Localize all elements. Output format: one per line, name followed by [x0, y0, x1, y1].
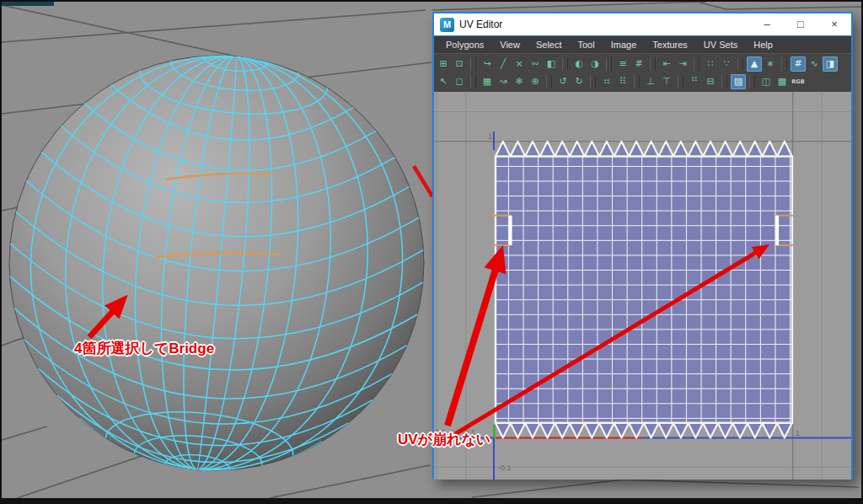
toolbar-separator	[562, 57, 568, 71]
uv-distortion-icon[interactable]: ∗	[763, 56, 778, 72]
flip-uv-icon[interactable]: ◧	[544, 56, 559, 72]
window-title-bar[interactable]: M UV Editor – □ ×	[434, 13, 851, 35]
toolbar-separator	[694, 57, 700, 71]
toolbar-separator	[470, 57, 476, 71]
rotate-uv-ccw-icon[interactable]: ↺	[555, 74, 571, 89]
grid-label-v1: 1	[488, 132, 492, 141]
menu-polygons[interactable]: Polygons	[446, 40, 484, 50]
dither-display-icon[interactable]: ▩	[775, 74, 790, 89]
sew-uv-edge-icon[interactable]: ∾	[528, 56, 543, 72]
grid-label-vneg01: -0.1	[498, 464, 512, 472]
snap-grid-icon[interactable]: #	[631, 56, 646, 72]
menu-view[interactable]: View	[500, 40, 520, 50]
menu-help[interactable]: Help	[753, 40, 773, 50]
menu-image[interactable]: Image	[611, 40, 637, 50]
grid-label-u1: 1	[796, 429, 800, 437]
rgb-channels-button[interactable]: RGB	[791, 74, 806, 89]
frame-edge	[0, 0, 863, 2]
minimize-button[interactable]: –	[750, 13, 784, 35]
distribute-uv-icon[interactable]: ⠶	[599, 74, 614, 89]
align-uv-top-icon[interactable]: ⊤	[659, 74, 674, 89]
toolbar-separator	[650, 57, 656, 71]
relax-uv-icon[interactable]: ❄	[512, 74, 527, 89]
toolbar-row-2: ↖◻▦↝❄⊕↺↻⠶⠿⊥⊤⠛⊟▨◫▩RGB	[436, 73, 850, 90]
uv-shell[interactable]	[492, 142, 793, 438]
toolbar-separator	[634, 75, 640, 88]
shortest-edge-path-icon[interactable]: ↖	[436, 74, 451, 89]
lattice-tool-icon[interactable]: ⊞	[436, 56, 451, 72]
move-and-sew-icon[interactable]: ↪	[480, 56, 495, 72]
sphere-surface[interactable]	[9, 56, 424, 470]
flip-u-direction-icon[interactable]: ◐	[571, 56, 587, 72]
grid-display-button[interactable]: #	[791, 56, 806, 72]
align-uv-bottom-icon[interactable]: ⊥	[643, 74, 658, 89]
toolbar-separator	[470, 75, 476, 88]
highlighted-edge-red	[414, 166, 432, 196]
cut-uv-edge-icon[interactable]: ╱	[496, 56, 511, 72]
menu-select[interactable]: Select	[536, 40, 562, 50]
display-texture-image-button[interactable]: ▲	[747, 56, 762, 72]
frame-edge	[0, 498, 863, 504]
screenshot-stage: M UV Editor – □ × Polygons View Select T…	[0, 0, 863, 504]
delete-uv-icon[interactable]: ×	[512, 56, 527, 72]
toolbar-separator	[606, 57, 612, 71]
pack-uv-icon[interactable]: ⠿	[615, 74, 630, 89]
toolbar-separator	[546, 75, 552, 88]
flip-v-direction-icon[interactable]: ◑	[587, 56, 603, 72]
single-row-icon[interactable]: ⊟	[703, 74, 718, 89]
window-title: UV Editor	[459, 19, 750, 30]
toolbar-separator	[721, 75, 727, 88]
menu-uv-sets[interactable]: UV Sets	[704, 40, 737, 50]
menu-bar: Polygons View Select Tool Image Textures…	[434, 35, 851, 53]
toolbar-separator	[678, 75, 683, 88]
menu-textures[interactable]: Textures	[652, 40, 688, 50]
menu-tool[interactable]: Tool	[578, 40, 595, 50]
maximize-button[interactable]: □	[784, 13, 817, 35]
align-uv-right-icon[interactable]: ⇥	[675, 56, 690, 72]
grid-tiles-icon[interactable]: ◫	[758, 74, 774, 89]
toolbar-separator	[737, 57, 743, 71]
straighten-uv-icon[interactable]: ↝	[496, 74, 511, 89]
snap-together-icon[interactable]: ∷	[703, 56, 718, 72]
frame-edge	[0, 0, 2, 504]
uv-canvas[interactable]: 1 1 -0.2 -0.1 -0.1	[434, 92, 851, 480]
grid-label-neg02: -0.2	[434, 428, 446, 437]
uv-toolbar: ⊞⊡↪╱×∾◧◐◑≡#⇤⇥∷∵▲∗#∿◨ ↖◻▦↝❄⊕↺↻⠶⠿⊥⊤⠛⊟▨◫▩RG…	[434, 53, 851, 92]
checker-map-button[interactable]: ▨	[731, 74, 746, 89]
match-uvs-icon[interactable]: ∵	[719, 56, 734, 72]
layout-uvs-icon[interactable]: ≡	[615, 56, 630, 72]
grid-label-neg01: -0.1	[462, 428, 475, 437]
toolbar-separator	[590, 75, 596, 88]
toolbar-separator	[749, 75, 755, 88]
top-left-ui-strip	[2, 2, 54, 6]
smooth-uv-tool-icon[interactable]: ∿	[807, 56, 822, 72]
uv-shell-grid-overlay	[496, 142, 792, 438]
toolbar-row-1: ⊞⊡↪╱×∾◧◐◑≡#⇤⇥∷∵▲∗#∿◨	[436, 56, 850, 72]
align-uv-left-icon[interactable]: ⇤	[659, 56, 674, 72]
close-button[interactable]: ×	[817, 13, 851, 35]
move-uv-shell-icon[interactable]: ⊡	[452, 56, 467, 72]
maya-app-icon: M	[440, 18, 454, 32]
toolbar-separator	[781, 57, 787, 71]
uv-editor-window: M UV Editor – □ × Polygons View Select T…	[432, 12, 853, 479]
unitize-uv-icon[interactable]: ▦	[480, 74, 495, 89]
uv-shell-selection-icon[interactable]: ◻	[452, 74, 467, 89]
snap-points-icon[interactable]: ⠛	[687, 74, 702, 89]
rotate-uv-cw-icon[interactable]: ↻	[571, 74, 587, 89]
unfold-uv-icon[interactable]: ⊕	[528, 74, 543, 89]
isolate-select-button[interactable]: ◨	[823, 56, 838, 72]
